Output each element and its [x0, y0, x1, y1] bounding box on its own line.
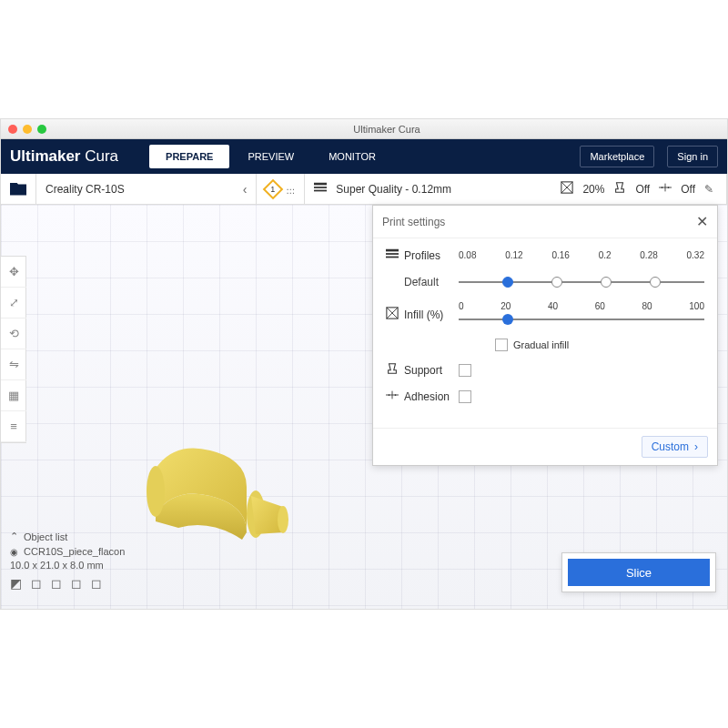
object-list: ⌃Object list ◉CCR10S_piece_flacon 10.0 x… [10, 531, 125, 591]
maximize-window-icon[interactable] [37, 125, 46, 134]
svg-point-10 [147, 466, 165, 517]
app-window: Ultimaker Cura Ultimaker Cura PREPARE PR… [0, 118, 728, 610]
profiles-label: Profiles [404, 249, 440, 262]
view-front-icon[interactable]: ◻ [31, 576, 42, 591]
view-top-icon[interactable]: ◻ [51, 576, 62, 591]
default-label: Default [386, 276, 450, 288]
infill-slider[interactable] [459, 311, 704, 328]
per-model-tool[interactable]: ▦ [1, 380, 26, 411]
window-title: Ultimaker Cura [54, 124, 720, 135]
svg-rect-0 [314, 183, 327, 186]
dots-icon: …… [286, 186, 295, 193]
move-tool[interactable]: ✥ [1, 257, 26, 288]
topbar: Ultimaker Cura PREPARE PREVIEW MONITOR M… [1, 139, 727, 174]
minimize-window-icon[interactable] [23, 125, 32, 134]
traffic-lights [8, 125, 46, 134]
infill-icon [386, 307, 399, 322]
edit-icon[interactable]: ✎ [704, 183, 717, 196]
printer-selector[interactable]: Creality CR-10S ‹ [36, 174, 257, 204]
adhesion-label: Adhesion [404, 390, 450, 403]
view-left-icon[interactable]: ◻ [71, 576, 82, 591]
chevron-right-icon: › [694, 440, 698, 453]
mirror-tool[interactable]: ⇋ [1, 349, 26, 380]
svg-point-9 [668, 187, 670, 188]
tab-preview[interactable]: PREVIEW [231, 145, 310, 168]
infill-icon [561, 181, 573, 197]
scale-tool[interactable]: ⤢ [1, 288, 26, 318]
support-icon [613, 181, 626, 197]
profile-ticks: 0.080.120.160.20.280.32 [459, 250, 704, 260]
adhesion-icon [386, 389, 399, 404]
svg-point-22 [395, 394, 397, 396]
infill-value: 20% [582, 183, 604, 196]
panel-title: Print settings [382, 216, 445, 228]
gradual-infill-checkbox[interactable] [495, 339, 508, 351]
tab-prepare[interactable]: PREPARE [149, 145, 229, 168]
folder-icon [10, 183, 26, 196]
chevron-up-icon[interactable]: ⌃ [10, 531, 18, 542]
object-list-header: Object list [24, 531, 67, 542]
config-badge-icon: 1 [263, 178, 284, 199]
chevron-left-icon: ‹ [243, 182, 248, 197]
model-preview[interactable] [128, 432, 310, 560]
adhesion-checkbox[interactable] [459, 390, 471, 403]
support-blocker-tool[interactable]: ≡ [1, 411, 26, 442]
support-label: Support [404, 364, 442, 377]
svg-rect-2 [314, 190, 327, 192]
gradual-infill-label: Gradual infill [513, 339, 569, 350]
toolbar: Creality CR-10S ‹ 1 …… Super Quality - 0… [1, 174, 727, 205]
app-logo: Ultimaker Cura [10, 147, 118, 166]
infill-ticks: 020406080100 [459, 301, 704, 311]
view-right-icon[interactable]: ◻ [91, 576, 102, 591]
object-item[interactable]: CCR10S_piece_flacon [24, 546, 125, 557]
support-icon [386, 362, 399, 378]
view-3d-icon[interactable]: ◩ [10, 576, 22, 591]
main-tabs: PREPARE PREVIEW MONITOR [149, 145, 392, 168]
marketplace-button[interactable]: Marketplace [580, 146, 654, 167]
quality-summary[interactable]: Super Quality - 0.12mm 20% Off Off ✎ [305, 174, 727, 204]
slice-panel: Slice [561, 552, 716, 592]
svg-rect-13 [386, 249, 399, 252]
config-button[interactable]: 1 …… [257, 174, 305, 204]
tab-monitor[interactable]: MONITOR [312, 145, 392, 168]
close-window-icon[interactable] [8, 125, 17, 134]
quality-label: Super Quality - 0.12mm [336, 183, 451, 196]
support-checkbox[interactable] [459, 364, 471, 377]
adhesion-icon [659, 181, 672, 197]
svg-rect-1 [314, 187, 327, 188]
layers-icon [314, 181, 327, 197]
support-value: Off [635, 183, 650, 196]
svg-point-21 [389, 394, 390, 396]
custom-button[interactable]: Custom› [642, 436, 708, 458]
adhesion-value: Off [681, 183, 695, 196]
printer-name: Creality CR-10S [46, 183, 125, 196]
rotate-tool[interactable]: ⟲ [1, 318, 26, 349]
close-icon[interactable]: ✕ [696, 213, 708, 230]
profile-slider[interactable] [459, 274, 704, 290]
signin-button[interactable]: Sign in [667, 146, 718, 167]
object-dims: 10.0 x 21.0 x 8.0 mm [10, 560, 125, 571]
infill-label: Infill (%) [404, 308, 443, 321]
eye-icon[interactable]: ◉ [10, 547, 18, 557]
svg-rect-15 [386, 257, 399, 258]
titlebar: Ultimaker Cura [1, 119, 727, 139]
transform-tools: ✥ ⤢ ⟲ ⇋ ▦ ≡ [1, 256, 26, 443]
svg-rect-14 [386, 253, 399, 255]
slice-button[interactable]: Slice [568, 559, 710, 586]
view-orientation-buttons: ◩ ◻ ◻ ◻ ◻ [10, 576, 125, 591]
open-file-button[interactable] [1, 174, 36, 204]
svg-point-8 [662, 187, 663, 188]
print-settings-panel: Print settings ✕ Profiles 0.080.120.160.… [372, 205, 718, 466]
layers-icon [386, 248, 399, 263]
svg-point-12 [278, 506, 288, 533]
